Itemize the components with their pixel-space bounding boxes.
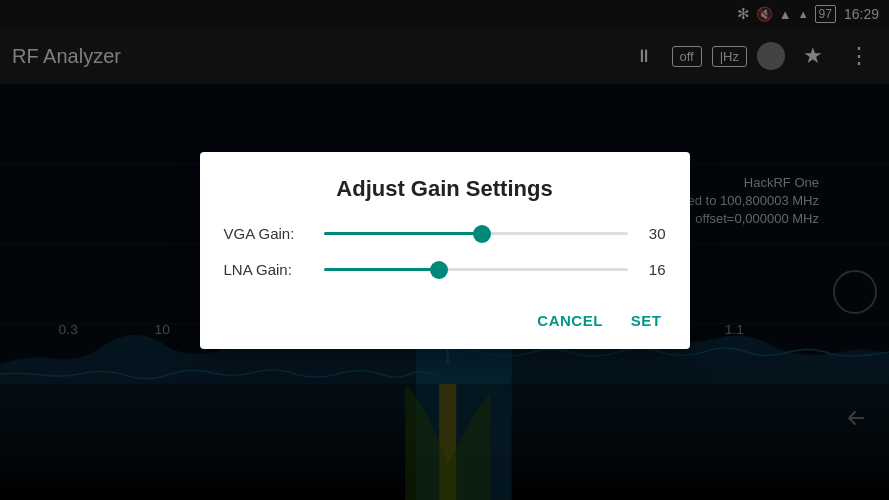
- vga-gain-value: 30: [638, 225, 666, 242]
- dialog-title: Adjust Gain Settings: [224, 176, 666, 202]
- vga-slider-thumb[interactable]: [473, 225, 491, 243]
- lna-gain-slider[interactable]: [324, 260, 628, 280]
- lna-slider-fill: [324, 268, 440, 271]
- set-button[interactable]: SET: [627, 304, 666, 337]
- lna-gain-value: 16: [638, 261, 666, 278]
- dialog-overlay: Adjust Gain Settings VGA Gain: 30 LNA Ga…: [0, 0, 889, 500]
- lna-gain-row: LNA Gain: 16: [224, 260, 666, 280]
- lna-slider-track: [324, 268, 628, 271]
- vga-slider-track: [324, 232, 628, 235]
- vga-slider-fill: [324, 232, 482, 235]
- dialog-actions: CANCEL SET: [224, 300, 666, 337]
- cancel-button[interactable]: CANCEL: [533, 304, 607, 337]
- vga-gain-label: VGA Gain:: [224, 225, 314, 242]
- lna-slider-thumb[interactable]: [430, 261, 448, 279]
- vga-gain-slider[interactable]: [324, 224, 628, 244]
- lna-gain-label: LNA Gain:: [224, 261, 314, 278]
- gain-settings-dialog: Adjust Gain Settings VGA Gain: 30 LNA Ga…: [200, 152, 690, 349]
- vga-gain-row: VGA Gain: 30: [224, 224, 666, 244]
